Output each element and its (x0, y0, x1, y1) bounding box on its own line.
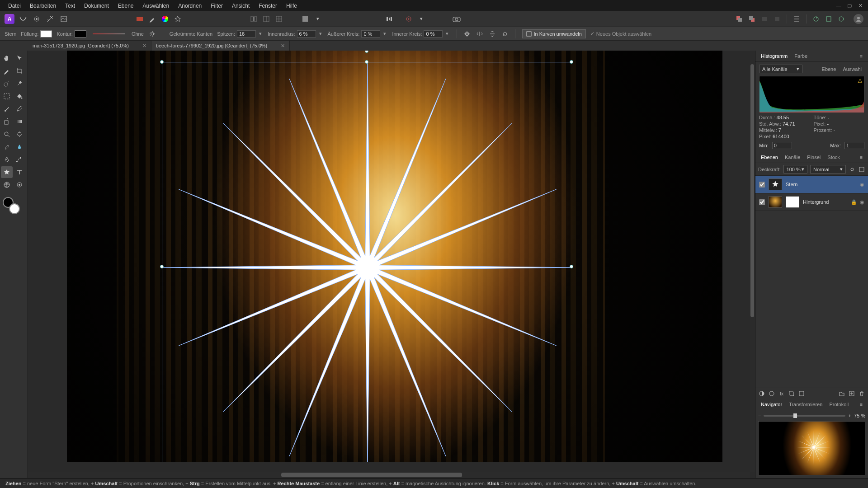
max-input[interactable] (844, 142, 864, 149)
dodge-tool-icon[interactable] (14, 128, 25, 140)
outer-circle-input[interactable] (361, 30, 380, 38)
scope-layer[interactable]: Ebene (819, 66, 839, 73)
rotate-icon[interactable] (501, 30, 509, 38)
fx-icon[interactable] (859, 165, 865, 174)
color-picker-tool-icon[interactable] (1, 65, 13, 77)
layer-visibility[interactable] (759, 199, 765, 205)
star-tool-icon[interactable] (1, 166, 13, 178)
move-tool-icon[interactable] (14, 52, 25, 64)
tab-transform[interactable]: Transformieren (786, 401, 825, 408)
handle-tm[interactable] (365, 60, 368, 64)
selection-box[interactable] (162, 62, 573, 462)
arrange-front-icon[interactable] (734, 14, 744, 24)
inner-radius-input[interactable] (297, 30, 316, 38)
flood-fill-icon[interactable] (14, 90, 25, 102)
align-panel-icon[interactable] (792, 14, 802, 24)
flip-v-icon[interactable] (488, 30, 496, 38)
maximize-icon[interactable]: ▢ (845, 1, 854, 9)
layer-visible-icon[interactable]: ◉ (860, 182, 864, 188)
delete-layer-icon[interactable] (858, 390, 865, 397)
transform-origin-icon[interactable] (463, 30, 471, 38)
navigator-preview[interactable] (758, 421, 865, 475)
clone-tool-icon[interactable] (1, 116, 13, 127)
v-scrollbar[interactable] (750, 51, 755, 472)
tab-color[interactable]: Farbe (792, 52, 810, 60)
convert-to-curves-button[interactable]: In Kurven umwandeln (522, 29, 585, 38)
zoom-out-icon[interactable]: − (758, 413, 761, 418)
menu-ebene[interactable]: Ebene (113, 1, 138, 11)
handle-ml[interactable] (160, 265, 164, 268)
hand-tool-icon[interactable] (1, 52, 13, 64)
handle-mr[interactable] (570, 265, 573, 268)
tab-stock[interactable]: Stock (825, 154, 843, 161)
text-tool-icon[interactable] (14, 166, 25, 178)
chevron-down-icon[interactable]: ▾ (416, 14, 426, 24)
tab-history[interactable]: Protokoll (826, 401, 851, 408)
layer-visible-icon[interactable]: ◉ (860, 199, 864, 205)
inner-circle-input[interactable] (424, 30, 443, 38)
gear-icon[interactable] (148, 30, 156, 38)
menu-dokument[interactable]: Dokument (80, 1, 113, 11)
pencil-tool-icon[interactable] (14, 103, 25, 115)
zoom-in-icon[interactable]: + (848, 413, 851, 418)
mesh-tool-icon[interactable] (1, 179, 13, 191)
h-scrollbar[interactable] (28, 472, 750, 478)
align-toggle3-icon[interactable] (274, 14, 284, 24)
arrange-dim2-icon[interactable] (772, 14, 782, 24)
tab-brushes[interactable]: Pinsel (804, 154, 823, 161)
points-input[interactable] (237, 30, 256, 38)
marquee-tool-icon[interactable] (1, 90, 13, 102)
blend-range-icon[interactable] (798, 390, 805, 397)
channel-dropdown[interactable]: Alle Kanäle▾ (759, 65, 802, 73)
eraser-tool-icon[interactable] (1, 141, 13, 153)
persona-photo-icon[interactable] (18, 14, 28, 24)
tab-navigator[interactable]: Navigator (758, 401, 785, 408)
tab-histogram[interactable]: Histogramm (758, 52, 790, 60)
layer-item-stern[interactable]: Stern ◉ (755, 176, 868, 193)
close-icon[interactable]: ✕ (856, 1, 864, 9)
scope-selection[interactable]: Auswahl (840, 66, 864, 73)
chevron-down-icon[interactable]: ▾ (382, 31, 387, 37)
persona-liquify-icon[interactable] (32, 14, 42, 24)
flip-h-icon[interactable] (476, 30, 484, 38)
panel-menu-icon[interactable]: ≡ (857, 52, 865, 60)
document-tab-0[interactable]: man-3151723_1920.jpg [Geändert] (75,0%) … (28, 41, 151, 51)
min-input[interactable] (772, 142, 792, 149)
tab-close-icon[interactable]: ✕ (142, 43, 146, 49)
adjustment-icon[interactable] (768, 390, 775, 397)
node-tool-icon[interactable] (14, 154, 25, 165)
chevron-down-icon[interactable]: ▾ (318, 31, 323, 37)
align-toggle1-icon[interactable] (249, 14, 259, 24)
auto-contrast-icon[interactable] (173, 14, 183, 24)
lock-icon[interactable]: 🔒 (851, 199, 857, 205)
target-icon[interactable] (404, 14, 414, 24)
select-new-object-check[interactable]: ✓ Neues Objekt auswählen (590, 31, 651, 37)
arrange-back-icon[interactable] (747, 14, 757, 24)
swatch-red-icon[interactable] (135, 14, 145, 24)
brush-tool-icon[interactable] (1, 103, 13, 115)
panel-menu-icon[interactable]: ≡ (857, 401, 865, 408)
layer-visibility[interactable] (759, 182, 765, 188)
smudge-tool-icon[interactable] (14, 141, 25, 153)
handle-tl[interactable] (160, 60, 164, 64)
tab-layers[interactable]: Ebenen (758, 154, 781, 161)
crop-tool-icon[interactable] (14, 65, 25, 77)
document-canvas[interactable] (67, 51, 722, 462)
color-wheel-icon[interactable] (160, 14, 170, 24)
view-mode-icon[interactable] (300, 14, 310, 24)
layer-item-background[interactable]: Hintergrund 🔒◉ (755, 193, 868, 211)
menu-hilfe[interactable]: Hilfe (282, 1, 302, 11)
arrange-dim-icon[interactable] (760, 14, 769, 24)
crop-layer-icon[interactable] (788, 390, 795, 397)
sync2-icon[interactable] (824, 14, 834, 24)
fill-swatch[interactable] (40, 30, 52, 38)
document-tab-1[interactable]: beech-forest-779902_1920.jpg [Geändert] … (151, 41, 290, 51)
menu-ansicht[interactable]: Ansicht (227, 1, 254, 11)
persona-export-icon[interactable] (59, 14, 69, 24)
opacity-dropdown[interactable]: 100 %▾ (783, 165, 807, 174)
add-layer-icon[interactable] (848, 390, 855, 397)
menu-fenster[interactable]: Fenster (254, 1, 282, 11)
distribute-icon[interactable] (384, 14, 394, 24)
color-swap[interactable] (1, 195, 25, 214)
sync3-icon[interactable] (836, 14, 846, 24)
